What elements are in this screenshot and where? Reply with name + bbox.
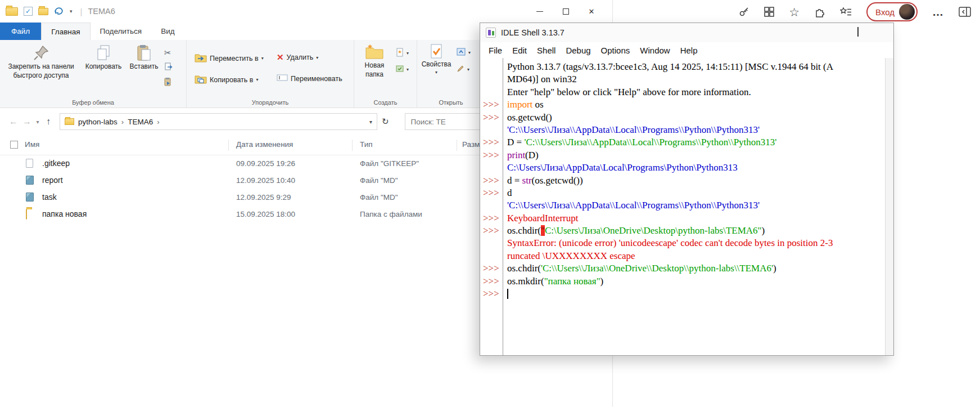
shell-prompt: >>>: [480, 99, 503, 110]
sidebar-toggle-icon[interactable]: [959, 7, 971, 17]
copy-to-icon: [195, 74, 207, 86]
new-folder-button[interactable]: Новая папка: [356, 43, 392, 78]
shell-line: 'C:\\Users\\Лиза\\AppData\\Local\\Progra…: [480, 200, 885, 212]
copy-to-button[interactable]: Копировать в ▾: [195, 74, 258, 86]
shell-line: >>>D = 'C:\\Users\\Лиза\\AppData\\Local\…: [480, 137, 885, 149]
quick-access-folder-icon[interactable]: [38, 8, 48, 15]
idle-shell-editor[interactable]: Python 3.13.7 (tags/v3.13.7:bcee1c3, Aug…: [480, 58, 885, 355]
tab-home[interactable]: Главная: [41, 23, 90, 40]
idle-menubar: FileEditShellDebugOptionsWindowHelp: [480, 42, 893, 58]
shell-line: >>>KeyboardInterrupt: [480, 213, 885, 225]
open-icon: [457, 48, 466, 57]
column-header-date[interactable]: Дата изменения: [236, 140, 293, 149]
column-separator[interactable]: [457, 140, 457, 151]
shell-line: >>>os.chdir('C:\\Users\\Лиза\\OneDrive\\…: [480, 263, 885, 275]
idle-window-title: IDLE Shell 3.13.7: [501, 28, 564, 37]
file-name: task: [42, 193, 57, 202]
properties-label: Свойства: [422, 61, 451, 68]
window-controls: ✕: [527, 0, 604, 23]
select-all-checkbox[interactable]: [10, 141, 18, 149]
settings-more-icon[interactable]: …: [932, 6, 944, 19]
breadcrumb-item[interactable]: ТЕМА6: [128, 118, 153, 126]
favorites-star-icon[interactable]: ☆: [789, 6, 800, 18]
collections-grid-icon[interactable]: [764, 7, 774, 17]
delete-label: Удалить: [287, 53, 314, 61]
idle-menu-item[interactable]: File: [484, 46, 507, 55]
paste-shortcut-icon: [164, 77, 172, 88]
minimize-button[interactable]: [527, 0, 553, 23]
column-separator[interactable]: [228, 140, 229, 151]
copy-button[interactable]: Копировать: [80, 44, 127, 70]
open-button[interactable]: ▾: [457, 48, 471, 57]
properties-button[interactable]: Свойства ▾: [419, 43, 453, 75]
move-to-chevron-icon: ▾: [261, 56, 264, 61]
shell-prompt: >>>: [480, 263, 503, 274]
address-dropdown-chevron-icon[interactable]: ▾: [369, 119, 372, 125]
copy-path-button[interactable]: [164, 62, 173, 73]
breadcrumb-item[interactable]: python-labs: [78, 118, 118, 126]
shell-prompt: >>>: [480, 288, 503, 299]
move-to-button[interactable]: Переместить в ▾: [195, 52, 264, 64]
copy-label: Копировать: [85, 63, 122, 70]
quick-access-checkbox-icon[interactable]: ✓: [24, 7, 33, 16]
up-button[interactable]: ↑: [42, 117, 55, 127]
address-input[interactable]: python-labs › ТЕМА6 › ▾: [60, 113, 377, 130]
idle-scrollbar[interactable]: [885, 58, 893, 355]
copy-path-icon: [164, 62, 173, 73]
paste-button[interactable]: Вставить: [128, 44, 160, 70]
rename-icon: [277, 74, 288, 83]
idle-menu-item[interactable]: Shell: [532, 46, 561, 55]
paste-shortcut-button[interactable]: [164, 77, 172, 88]
idle-menu-item[interactable]: Help: [675, 46, 703, 55]
shell-prompt: >>>: [480, 150, 503, 161]
undo-icon[interactable]: [54, 6, 64, 17]
easy-access-button[interactable]: ▾: [396, 65, 409, 74]
maximize-button[interactable]: [553, 0, 579, 23]
idle-menu-item[interactable]: Edit: [507, 46, 532, 55]
tab-file[interactable]: Файл: [0, 23, 41, 40]
shell-line: runcated \UXXXXXXXX escape: [480, 251, 885, 263]
pin-to-quick-access-button[interactable]: Закрепить на панели быстрого доступа: [4, 44, 78, 79]
back-button[interactable]: ←: [7, 117, 20, 127]
explorer-titlebar: ✓ ▾ | ТЕМА6 ✕: [0, 0, 612, 23]
tab-view[interactable]: Вид: [151, 23, 184, 40]
gutter-separator: [503, 58, 503, 355]
shell-line: Python 3.13.7 (tags/v3.13.7:bcee1c3, Aug…: [480, 61, 885, 74]
rename-button[interactable]: Переименовать: [277, 74, 342, 83]
password-key-icon[interactable]: [738, 6, 749, 17]
shell-prompt: >>>: [480, 225, 503, 236]
breadcrumb-chevron-icon: ›: [157, 118, 159, 126]
signin-label: Вход: [875, 7, 895, 17]
forward-button[interactable]: →: [20, 117, 34, 127]
recent-locations-chevron-icon[interactable]: ▾: [34, 119, 42, 125]
idle-menu-item[interactable]: Debug: [561, 46, 595, 55]
shell-prompt: >>>: [480, 276, 503, 287]
column-header-type[interactable]: Тип: [360, 140, 373, 149]
favorites-list-icon[interactable]: [840, 7, 852, 17]
shell-prompt: >>>: [480, 213, 503, 224]
cut-button[interactable]: ✂: [164, 48, 171, 58]
tab-share[interactable]: Поделиться: [91, 23, 152, 40]
file-name: папка новая: [42, 209, 87, 218]
column-header-name[interactable]: Имя: [25, 140, 39, 149]
new-item-button[interactable]: ▾: [396, 48, 409, 59]
edit-button[interactable]: ▾: [457, 65, 469, 74]
group-label-create: Создать: [354, 99, 417, 106]
close-button[interactable]: ✕: [579, 0, 604, 23]
cut-icon: ✂: [164, 48, 171, 58]
group-label-open: Открыть: [417, 99, 485, 106]
idle-menu-item[interactable]: Options: [596, 46, 635, 55]
edit-icon: [457, 65, 464, 74]
extensions-icon[interactable]: [814, 6, 825, 17]
delete-button[interactable]: ✕ Удалить ▾: [277, 52, 318, 62]
column-separator[interactable]: [352, 140, 353, 151]
edge-toolbar: ☆ Вход …: [613, 0, 980, 24]
refresh-icon[interactable]: ↻: [382, 117, 389, 127]
signin-button[interactable]: Вход: [866, 2, 918, 21]
idle-maximize-button[interactable]: [850, 28, 866, 36]
toolbar-customize-chevron-icon[interactable]: ▾: [70, 8, 73, 14]
idle-menu-item[interactable]: Window: [635, 46, 675, 55]
pin-label-1: Закрепить на панели: [8, 63, 74, 70]
text-cursor: [507, 289, 508, 299]
file-icon: [26, 159, 33, 168]
